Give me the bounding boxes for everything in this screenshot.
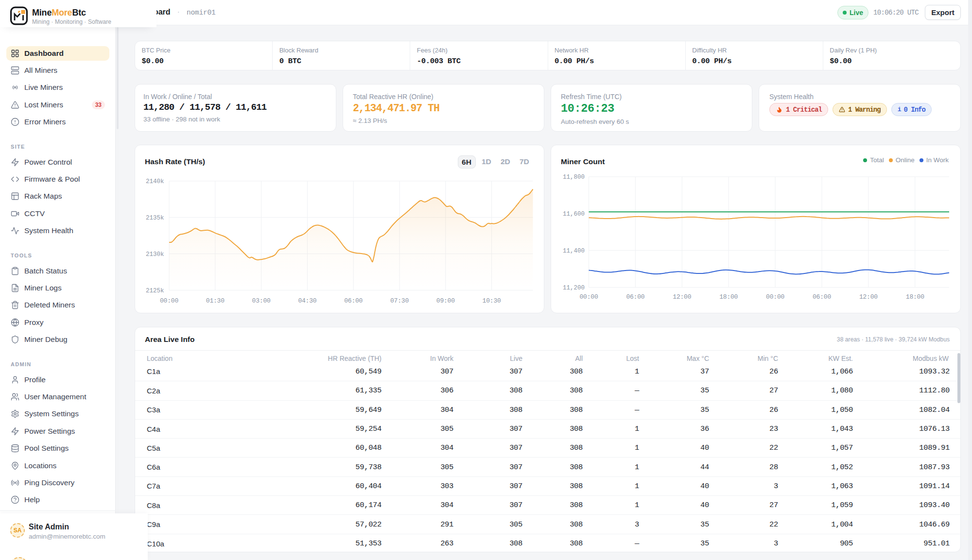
svg-text:01:30: 01:30	[206, 297, 225, 305]
svg-text:11,800: 11,800	[563, 174, 585, 181]
svg-text:2140k: 2140k	[146, 178, 164, 185]
svg-text:04:30: 04:30	[298, 297, 316, 305]
svg-text:11,600: 11,600	[563, 211, 585, 218]
svg-text:09:00: 09:00	[436, 297, 455, 305]
svg-text:2135k: 2135k	[146, 215, 164, 221]
svg-text:06:00: 06:00	[813, 293, 831, 301]
svg-text:12:00: 12:00	[673, 293, 691, 301]
svg-text:07:30: 07:30	[390, 297, 409, 305]
svg-text:2130k: 2130k	[146, 251, 164, 258]
svg-text:11,200: 11,200	[563, 285, 585, 291]
svg-text:06:00: 06:00	[626, 293, 644, 301]
svg-text:03:00: 03:00	[252, 297, 271, 305]
svg-text:11,400: 11,400	[563, 248, 585, 255]
svg-text:10:30: 10:30	[483, 297, 501, 305]
svg-text:00:00: 00:00	[579, 293, 598, 301]
svg-text:00:00: 00:00	[160, 297, 178, 305]
svg-text:18:00: 18:00	[719, 293, 738, 301]
svg-text:06:00: 06:00	[344, 297, 363, 305]
svg-text:2125k: 2125k	[146, 288, 164, 294]
svg-text:00:00: 00:00	[766, 293, 784, 301]
svg-text:12:00: 12:00	[859, 293, 878, 301]
svg-text:18:00: 18:00	[906, 293, 924, 301]
